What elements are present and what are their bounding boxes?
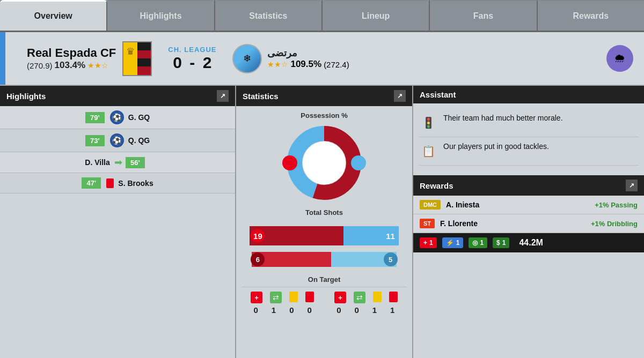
statistics-panel: Statistics ↗ Possession % 55 45 [236, 86, 413, 358]
home-stat-2: 0 [286, 305, 297, 315]
home-on-target-value: 6 [251, 252, 265, 266]
goal-icon-2: ⚽ [110, 133, 124, 147]
reward-amount: 44.2M [519, 238, 543, 248]
blue-bar [0, 32, 5, 85]
player-name-3: D. Villa [85, 158, 109, 167]
away-stat-1: 0 [351, 305, 363, 315]
away-stat-0: 0 [333, 305, 345, 315]
statistics-header: Statistics ↗ [236, 86, 412, 106]
shots-bar-row: 19 11 [250, 224, 398, 248]
red-card-icon [106, 178, 114, 188]
rewards-expand-button[interactable]: ↗ [626, 180, 638, 191]
injury-icon-away: + [334, 292, 346, 303]
highlight-event-4: 47' S. Brooks [0, 173, 235, 193]
morale-icon: 🚦 [419, 113, 438, 132]
player-name-4: S. Brooks [118, 179, 153, 188]
svg-point-2 [303, 141, 346, 184]
away-team-rating: ★★☆ 109.5% (272.4) [267, 59, 349, 70]
tab-lineup[interactable]: Lineup [323, 0, 430, 31]
player-name-1: G. GQ [128, 113, 150, 122]
assistant-message-1: 🚦 Their team had much better morale. [419, 109, 639, 137]
reward-badge-2: ST [420, 219, 435, 228]
stats-icons-row: + ⇄ + ⇄ [241, 287, 407, 305]
reward-bonus-1: +1% Passing [595, 201, 638, 209]
rewards-section: Rewards ↗ DMC A. Iniesta +1% Passing ST … [413, 175, 644, 252]
sub-icon-home: ⇄ [270, 292, 282, 303]
away-shots-value: 11 [384, 229, 398, 243]
home-team: Real Espada CF (270.9) 103.4% ★★☆ [27, 46, 116, 71]
minute-badge-3: 56' [126, 157, 145, 168]
highlights-title: Highlights [6, 92, 46, 101]
assistant-title: Assistant [420, 90, 456, 99]
highlight-event-3: D. Villa ➡ 56' [0, 152, 235, 173]
home-stat-1: 1 [268, 305, 280, 315]
home-shots-value: 19 [251, 229, 265, 243]
highlights-panel: Highlights ↗ 79' ⚽ G. GQ 73' ⚽ Q. QG [0, 86, 236, 358]
red-card-icon-away [389, 292, 398, 302]
away-stat-2: 1 [369, 305, 380, 315]
tab-bar: Overview Highlights Statistics Lineup Fa… [0, 0, 644, 32]
assistant-text-1: Their team had much better morale. [443, 113, 563, 124]
assistant-content: 🚦 Their team had much better morale. 📋 O… [413, 103, 644, 171]
minute-badge-2: 73' [85, 135, 105, 146]
home-stat-0: 0 [250, 305, 262, 315]
highlights-header: Highlights ↗ [0, 86, 235, 106]
reward-badge-1: DMC [420, 200, 441, 210]
possession-away-value: 45 [351, 155, 366, 170]
reward-item-1: DMC A. Iniesta +1% Passing [413, 196, 644, 214]
possession-chart: 55 45 [287, 125, 362, 200]
rewards-footer: + 1 ⚡ 1 ◎ 1 $ 1 44.2M [413, 233, 644, 252]
tab-rewards[interactable]: Rewards [538, 0, 644, 31]
tab-fans[interactable]: Fans [430, 0, 537, 31]
yellow-card-icon-home [289, 292, 298, 302]
away-crest: ❄ [232, 44, 262, 73]
sub-arrow-icon: ➡ [114, 156, 122, 168]
on-target-bar-row: 6 5 [250, 250, 398, 269]
on-target-label: On Target [308, 275, 340, 284]
statistics-title: Statistics [243, 92, 279, 101]
away-team-name: مرتضى [267, 47, 349, 59]
minute-badge-4: 47' [82, 177, 101, 189]
highlight-event-2: 73' ⚽ Q. QG [0, 129, 235, 152]
red-card-icon-home [305, 292, 314, 302]
stats-value-row: 0 1 0 0 0 0 1 1 [241, 305, 407, 319]
total-shots-label: Total Shots [305, 208, 343, 217]
rewards-header: Rewards ↗ [413, 175, 644, 196]
goal-icon-1: ⚽ [110, 110, 124, 124]
green-badge: ◎ 1 [469, 237, 487, 248]
highlights-expand-button[interactable]: ↗ [217, 90, 229, 102]
home-team-name: Real Espada CF [27, 46, 116, 60]
away-stat-3: 1 [386, 305, 398, 315]
tab-overview[interactable]: Overview [0, 0, 107, 31]
home-stat-3: 0 [304, 305, 316, 315]
statistics-expand-button[interactable]: ↗ [394, 90, 406, 102]
home-team-rating: (270.9) 103.4% ★★☆ [27, 60, 108, 71]
money-badge: $ 1 [493, 237, 509, 248]
tab-highlights[interactable]: Highlights [107, 0, 215, 31]
injury-icon-home: + [251, 292, 262, 303]
lightning-badge: ⚡ 1 [442, 237, 464, 248]
tactics-icon: 📋 [419, 141, 438, 161]
minute-badge-1: 79' [85, 112, 105, 123]
highlight-event-1: 79' ⚽ G. GQ [0, 106, 235, 129]
away-team: ❄ مرتضى ★★☆ 109.5% (272.4) [232, 44, 349, 73]
assistant-panel: Assistant 🚦 Their team had much better m… [413, 86, 644, 358]
match-header: Real Espada CF (270.9) 103.4% ★★☆ ♛ CH. … [0, 32, 644, 86]
match-score: 0 - 2 [173, 54, 211, 72]
reward-item-2: ST F. Llorente +1% Dribbling [413, 214, 644, 233]
score-area: CH. LEAGUE 0 - 2 [168, 46, 216, 72]
medical-badge: + 1 [420, 237, 437, 248]
player-name-2: Q. QG [128, 136, 150, 145]
content-panels: Highlights ↗ 79' ⚽ G. GQ 73' ⚽ Q. QG [0, 86, 644, 358]
possession-label: Possession % [301, 111, 347, 120]
total-shots-chart: 19 11 6 [250, 224, 398, 271]
assistant-message-2: 📋 Our players put in good tackles. [419, 137, 639, 166]
possession-home-value: 55 [282, 155, 297, 170]
assistant-text-2: Our players put in good tackles. [443, 141, 549, 152]
reward-bonus-2: +1% Dribbling [591, 220, 638, 228]
away-on-target-value: 5 [384, 252, 398, 266]
assistant-header: Assistant [413, 86, 644, 103]
tab-statistics[interactable]: Statistics [215, 0, 323, 31]
reward-player-2: F. Llorente [440, 219, 591, 228]
league-name: CH. LEAGUE [168, 46, 216, 54]
